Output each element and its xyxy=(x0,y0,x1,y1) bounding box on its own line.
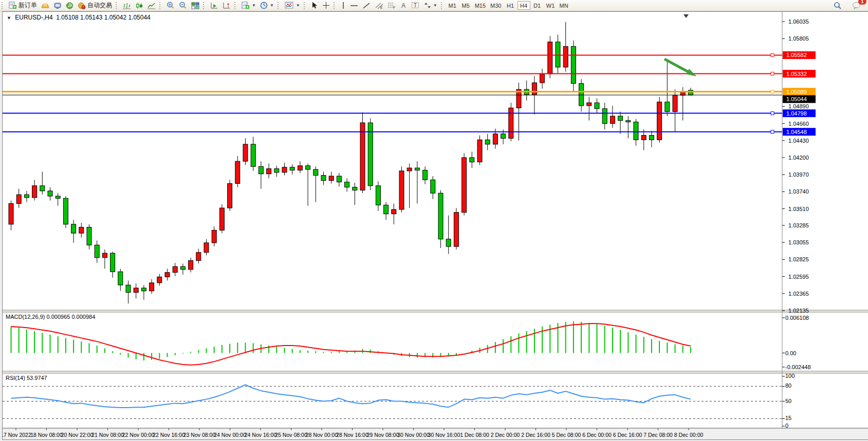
bull-candle xyxy=(235,161,240,183)
hline-handle[interactable] xyxy=(771,130,774,133)
bear-candle xyxy=(337,176,341,182)
indicators-button[interactable]: ▼ xyxy=(283,1,302,10)
trendline-icon xyxy=(362,2,371,9)
ohlc-readout: 1.05108 1.05143 1.05042 1.05044 xyxy=(56,14,151,21)
bull-candle xyxy=(267,169,271,174)
timeframe-button-M30[interactable]: M30 xyxy=(488,1,503,10)
hline-handle[interactable] xyxy=(771,90,774,93)
zoom-out-button[interactable] xyxy=(177,1,189,10)
toolbar-grip[interactable] xyxy=(234,2,237,9)
trendline-tool-button[interactable] xyxy=(360,1,373,10)
toolbar: 新订单 自动交易 xyxy=(0,0,868,11)
bull-candle xyxy=(392,209,396,214)
price-tick-label: 1.02365 xyxy=(788,291,809,297)
timeframe-button-M15[interactable]: M15 xyxy=(473,1,488,10)
equidistant-channel-tool-button[interactable]: E xyxy=(373,1,385,10)
price-tick-label: 1.02135 xyxy=(788,308,809,314)
autotrading-button[interactable]: 自动交易 xyxy=(76,1,114,10)
dropdown-caret-icon: ▼ xyxy=(252,3,256,8)
timeframe-button-M1[interactable]: M1 xyxy=(446,1,459,10)
hosting-button[interactable] xyxy=(51,1,64,10)
toolbar-grip[interactable] xyxy=(203,2,206,9)
bull-candle xyxy=(298,166,302,170)
bear-candle xyxy=(556,42,560,67)
cursor-tool-button[interactable] xyxy=(309,1,320,10)
auto-scroll-button[interactable] xyxy=(208,1,220,10)
toolbar-grip[interactable] xyxy=(304,2,307,9)
periods-clock-button[interactable]: ▼ xyxy=(258,1,276,10)
panel-divider[interactable] xyxy=(3,371,868,373)
timeframe-button-D1[interactable]: D1 xyxy=(531,1,544,10)
bull-candle xyxy=(509,108,513,138)
toolbar-grip[interactable] xyxy=(116,2,119,9)
hline-handle[interactable] xyxy=(771,72,774,75)
hline-handle[interactable] xyxy=(771,112,774,115)
chart-shift-button[interactable] xyxy=(220,1,233,10)
bear-candle xyxy=(40,186,45,191)
new-order-button[interactable]: 新订单 xyxy=(7,1,39,10)
timeframe-group: M1M5M15M30H1H4D1W1MN xyxy=(446,1,570,10)
toolbar-grip[interactable] xyxy=(334,2,337,9)
time-axis-label: 2 Dec 00:00 xyxy=(491,432,520,438)
bear-candle xyxy=(258,166,263,174)
search-button[interactable] xyxy=(832,1,844,10)
text-tool-button[interactable]: A xyxy=(398,1,409,10)
line-chart-button[interactable] xyxy=(145,1,158,10)
bear-candle xyxy=(595,103,599,109)
symbol-dropdown-icon[interactable]: ▼ xyxy=(7,15,11,21)
bear-candle xyxy=(485,140,490,144)
chart-title: ▼ EURUSD-,H4 1.05108 1.05143 1.05042 1.0… xyxy=(7,14,151,21)
bull-candle xyxy=(157,277,162,283)
new-chart-icon xyxy=(242,2,250,9)
hline-handle[interactable] xyxy=(771,53,774,56)
bear-candle xyxy=(431,180,435,193)
arrows-icon xyxy=(424,2,431,9)
timeframe-button-M5[interactable]: M5 xyxy=(459,1,472,10)
bars-chart-button[interactable] xyxy=(121,1,133,10)
timeframe-button-MN[interactable]: MN xyxy=(558,1,570,10)
toolbar-grip[interactable] xyxy=(2,2,5,9)
indicators-icon xyxy=(285,2,294,9)
time-axis-label: 20 Nov 22:00 xyxy=(61,432,94,438)
toolbar-grip[interactable] xyxy=(441,2,444,9)
tile-windows-button[interactable] xyxy=(189,1,201,10)
price-tick-label: 1.04200 xyxy=(788,155,809,161)
bear-candle xyxy=(501,134,506,139)
bear-candle xyxy=(376,186,380,205)
bear-candle xyxy=(423,170,428,180)
signals-button[interactable] xyxy=(64,1,76,10)
new-chart-button[interactable]: ▼ xyxy=(239,1,258,10)
new-order-label: 新订单 xyxy=(19,1,37,10)
crosshair-tool-button[interactable] xyxy=(320,1,332,10)
bear-candle xyxy=(141,288,146,291)
arrows-tool-button[interactable]: ▼ xyxy=(422,1,439,10)
market-button[interactable] xyxy=(39,1,51,10)
bear-candle xyxy=(571,46,576,83)
bear-candle xyxy=(24,195,29,198)
text-label-tool-button[interactable]: T xyxy=(409,1,422,10)
bull-candle xyxy=(79,227,84,234)
zoom-in-button[interactable] xyxy=(164,1,177,10)
bull-candle xyxy=(563,46,568,67)
timeframe-button-W1[interactable]: W1 xyxy=(544,1,557,10)
auto-scroll-icon xyxy=(210,2,218,9)
vertical-line-tool-button[interactable] xyxy=(339,1,348,10)
bear-candle xyxy=(649,136,654,140)
fibonacci-tool-button[interactable]: F xyxy=(385,1,398,10)
panel-divider[interactable] xyxy=(3,310,868,312)
price-tick-label: 1.05805 xyxy=(788,35,809,42)
horizontal-line-tool-button[interactable] xyxy=(348,1,360,10)
bull-candle xyxy=(657,102,662,140)
bull-candle xyxy=(493,134,497,144)
toolbar-grip[interactable] xyxy=(278,2,281,9)
price-tick-label: 1.02595 xyxy=(788,274,809,280)
timeframe-button-H1[interactable]: H1 xyxy=(504,1,517,10)
macd-tick-label: 0.006108 xyxy=(785,315,809,321)
toolbar-grip[interactable] xyxy=(159,2,162,9)
price-tick-label: 1.03285 xyxy=(788,222,809,228)
bear-candle xyxy=(63,198,68,224)
equidistant-channel-icon: E xyxy=(375,2,383,9)
candlestick-chart-button[interactable] xyxy=(133,1,145,10)
timeframe-button-H4[interactable]: H4 xyxy=(518,1,530,10)
search-icon xyxy=(834,2,842,10)
